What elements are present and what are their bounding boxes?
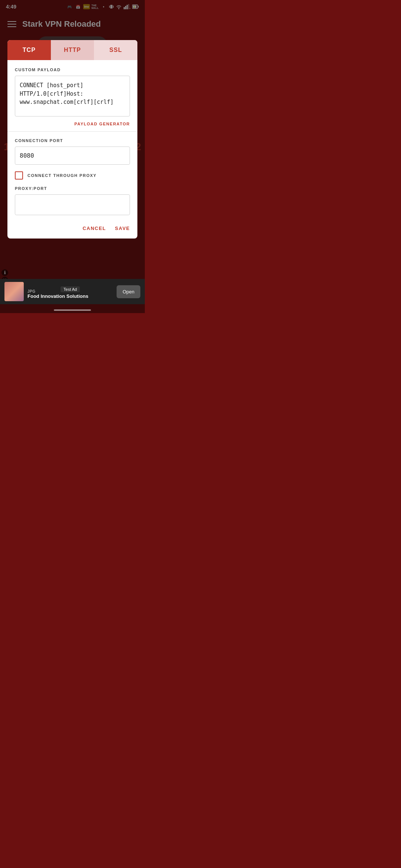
ad-test-badge: Test Ad [61, 286, 80, 292]
tab-tcp[interactable]: TCP [7, 40, 51, 60]
cancel-button[interactable]: CANCEL [82, 226, 106, 231]
home-indicator [54, 309, 91, 311]
ad-title: Food Innovation Solutions [27, 293, 113, 300]
proxy-port-label: PROXY:PORT [15, 186, 130, 191]
payload-generator-button[interactable]: PAYLOAD GENERATOR [74, 122, 130, 126]
dialog-actions: CANCEL SAVE [7, 218, 137, 239]
connection-port-label: CONNECTION PORT [15, 138, 130, 143]
ad-info: Test Ad JPG Food Innovation Solutions [27, 283, 113, 300]
ad-thumbnail-image [4, 282, 24, 301]
dialog: TCP HTTP SSL CUSTOM PAYLOAD CONNECT [hos… [7, 40, 137, 239]
connect-through-proxy-label: CONNECT THROUGH PROXY [27, 173, 97, 178]
proxy-port-section: PROXY:PORT [15, 180, 130, 215]
save-button[interactable]: SAVE [115, 226, 130, 231]
connect-through-proxy-row[interactable]: CONNECT THROUGH PROXY [15, 165, 130, 180]
connect-through-proxy-checkbox[interactable] [15, 171, 23, 180]
proxy-port-input[interactable] [15, 194, 130, 215]
ad-thumbnail [4, 282, 24, 301]
tab-bar: TCP HTTP SSL [7, 40, 137, 60]
connection-port-section: CONNECTION PORT [15, 132, 130, 165]
bottom-ad: Test Ad JPG Food Innovation Solutions Op… [0, 279, 145, 304]
payload-generator-row: PAYLOAD GENERATOR [15, 118, 130, 131]
dialog-body: CUSTOM PAYLOAD CONNECT [host_port] HTTP/… [7, 60, 137, 218]
ad-open-button[interactable]: Open [117, 285, 140, 298]
tab-ssl[interactable]: SSL [94, 40, 137, 60]
connection-port-input[interactable] [15, 147, 130, 165]
custom-payload-input[interactable]: CONNECT [host_port] HTTP/1.0[crlf]Host: … [15, 76, 130, 116]
custom-payload-label: CUSTOM PAYLOAD [15, 68, 130, 72]
tab-http[interactable]: HTTP [51, 40, 94, 60]
